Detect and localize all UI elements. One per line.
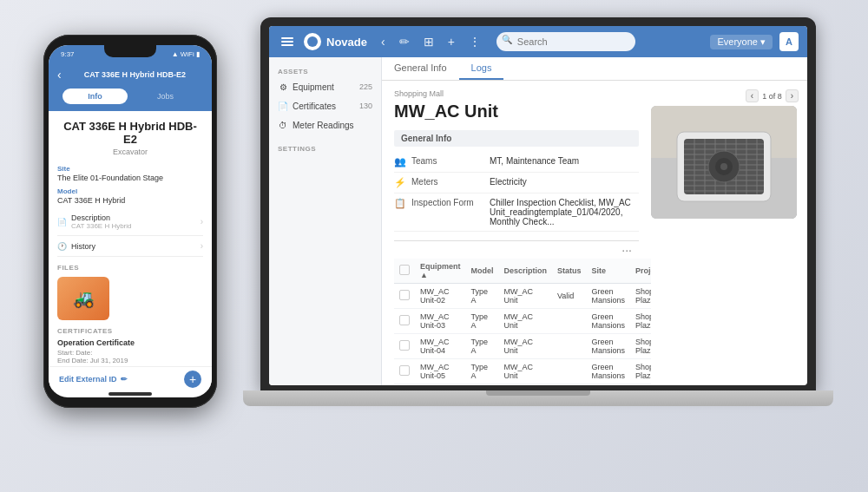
laptop-screen: Novade ‹ ✏ ⊞ + ⋮ Everyone ▾ A (269, 26, 807, 385)
row-model: Type A (466, 284, 499, 309)
meter-icon: ⏱ (278, 120, 288, 130)
image-navigation: ‹ 1 of 8 › (651, 89, 799, 102)
col-checkbox[interactable] (394, 259, 415, 284)
row-model: Type A (466, 309, 499, 334)
status-icons: ▲ WiFi ▮ (172, 50, 200, 58)
phone-back-button[interactable]: ‹ (57, 68, 62, 82)
table-row[interactable]: MW_AC Unit-07 Type A MW_AC Unit Green Ma… (394, 384, 651, 386)
row-checkbox-cell[interactable] (394, 284, 415, 309)
description-chevron-icon: › (201, 217, 203, 226)
col-status[interactable]: Status (552, 259, 587, 284)
table-row[interactable]: MW_AC Unit-03 Type A MW_AC Unit Green Ma… (394, 309, 651, 334)
sidebar-equipment-label: Equipment (293, 82, 334, 92)
model-label: Model (57, 187, 203, 195)
edit-external-id-label: Edit External ID (59, 375, 117, 384)
phone-notch (104, 45, 156, 57)
user-selector[interactable]: Everyone ▾ (710, 35, 773, 49)
more-button[interactable]: ⋮ (465, 33, 484, 50)
description-subtitle: CAT 336E H Hybrid (71, 222, 132, 230)
status-time: 9:37 (61, 50, 75, 58)
col-equipment[interactable]: Equipment ▲ (415, 259, 466, 284)
equipment-table: Equipment ▲ Model Description Status Sit… (394, 259, 651, 385)
assets-section-title: ASSETS (269, 64, 381, 77)
sidebar-item-meter-readings[interactable]: ⏱ Meter Readings (269, 115, 381, 134)
phone-asset-name: CAT 336E H Hybrid HDB-E2 (57, 120, 203, 146)
table-row[interactable]: MW_AC Unit-05 Type A MW_AC Unit Green Ma… (394, 359, 651, 384)
edit-external-id-button[interactable]: Edit External ID ✏ (59, 375, 128, 384)
row-equipment: MW_AC Unit-05 (415, 359, 466, 384)
search-input[interactable] (496, 32, 635, 51)
row-site: Green Mansions (587, 284, 631, 309)
tab-logs[interactable]: Logs (459, 57, 504, 80)
user-avatar[interactable]: A (779, 32, 799, 51)
navigation-bar: Novade ‹ ✏ ⊞ + ⋮ Everyone ▾ A (269, 26, 807, 57)
phone-tab-jobs[interactable]: Jobs (133, 89, 198, 104)
row-equipment: MW_AC Unit-02 (415, 284, 466, 309)
add-button[interactable]: + (444, 33, 458, 50)
row-site: Green Mansions (587, 309, 631, 334)
teams-label: Teams (411, 156, 490, 166)
tab-general-info[interactable]: General Info (382, 57, 459, 80)
row-model: Type A (466, 384, 499, 386)
table-row[interactable]: MW_AC Unit-02 Type A MW_AC Unit Valid Gr… (394, 284, 651, 309)
row-checkbox-cell[interactable] (394, 384, 415, 386)
table-row[interactable]: MW_AC Unit-04 Type A MW_AC Unit Green Ma… (394, 334, 651, 359)
prev-image-button[interactable]: ‹ (746, 89, 759, 102)
phone-tab-info[interactable]: Info (62, 89, 128, 104)
sidebar-item-equipment[interactable]: ⚙ Equipment 225 (269, 77, 381, 96)
grid-button[interactable]: ⊞ (420, 33, 437, 50)
laptop-screen-bezel: Novade ‹ ✏ ⊞ + ⋮ Everyone ▾ A (260, 17, 816, 390)
row-checkbox-cell[interactable] (394, 359, 415, 384)
col-site[interactable]: Site (587, 259, 631, 284)
cert-start-date: Start: Date: (57, 349, 203, 357)
cert-name: Operation Certificate (57, 338, 203, 347)
nav-actions: ‹ ✏ ⊞ + ⋮ (378, 33, 484, 50)
equipment-count: 225 (359, 82, 372, 91)
tab-bar: General Info Logs (382, 57, 807, 81)
phone-device: 9:37 ▲ WiFi ▮ ‹ CAT 336E H Hybrid HDB-E2… (43, 35, 217, 408)
phone-header-title: CAT 336E H Hybrid HDB-E2 (67, 70, 203, 79)
row-description: MW_AC Unit (499, 284, 553, 309)
meters-value: Electricity (490, 177, 639, 187)
file-thumbnail[interactable]: 🚜 (57, 277, 109, 320)
table-section: ··· Equipment ▲ Model Description (394, 240, 639, 385)
detail-main: Shopping Mall MW_AC Unit General Info 👥 … (382, 81, 651, 385)
hamburger-button[interactable] (278, 34, 297, 49)
page-title: MW_AC Unit (394, 102, 639, 121)
phone-add-button[interactable]: + (184, 371, 201, 388)
cert-end-date: End Date: Jul 31, 2019 (57, 357, 203, 364)
meters-label: Meters (411, 177, 490, 187)
description-expandable[interactable]: 📄 Description CAT 336E H Hybrid › (57, 208, 203, 236)
row-checkbox-cell[interactable] (394, 309, 415, 334)
logo-area: Novade (304, 33, 367, 50)
col-model[interactable]: Model (466, 259, 499, 284)
logo-icon (304, 33, 321, 50)
more-options-button[interactable]: ··· (394, 241, 639, 259)
row-status (552, 384, 587, 386)
col-project[interactable]: Project (630, 259, 651, 284)
row-status: Valid (552, 284, 587, 309)
certificates-section: CERTIFICATES Operation Certificate Start… (57, 327, 203, 364)
site-value: The Elite 01-Foundation Stage (57, 174, 203, 182)
description-title: Description (71, 213, 132, 222)
phone-content: CAT 336E H Hybrid HDB-E2 Excavator Site … (49, 111, 212, 366)
search-area (496, 32, 635, 51)
site-label: Site (57, 165, 203, 173)
sidebar-item-certificates[interactable]: 📄 Certificates 130 (269, 96, 381, 115)
laptop-base (243, 390, 833, 406)
back-button[interactable]: ‹ (378, 33, 389, 50)
model-value: CAT 336E H Hybrid (57, 196, 203, 205)
home-indicator (108, 392, 152, 396)
history-expandable[interactable]: 🕐 History › (57, 236, 203, 257)
sidebar: ASSETS ⚙ Equipment 225 📄 Certificates (269, 57, 382, 385)
app-body: ASSETS ⚙ Equipment 225 📄 Certificates (269, 57, 807, 385)
breadcrumb: Shopping Mall (394, 89, 639, 98)
phone-bottom-bar: Edit External ID ✏ + (49, 366, 212, 390)
row-equipment: MW_AC Unit-04 (415, 334, 466, 359)
row-checkbox-cell[interactable] (394, 334, 415, 359)
image-panel: ‹ 1 of 8 › (651, 81, 807, 385)
next-image-button[interactable]: › (786, 89, 799, 102)
col-description[interactable]: Description (499, 259, 553, 284)
edit-button[interactable]: ✏ (396, 33, 413, 50)
row-model: Type A (466, 334, 499, 359)
